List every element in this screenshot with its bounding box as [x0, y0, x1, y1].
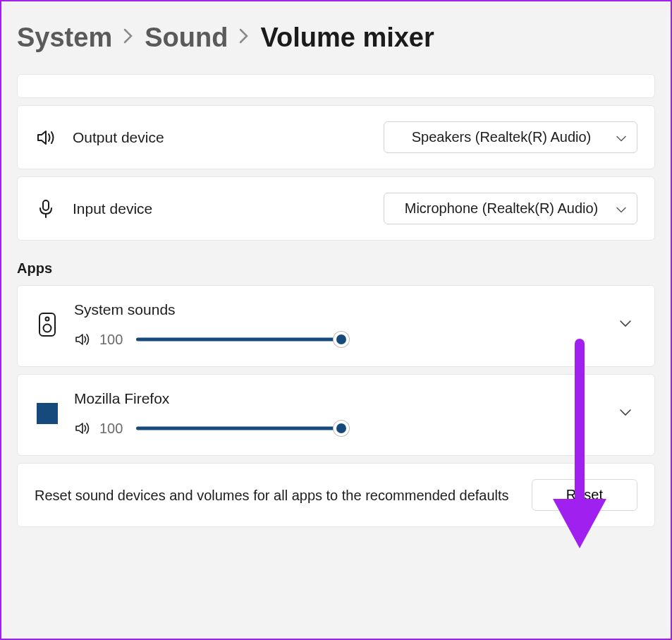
output-device-label: Output device — [73, 129, 368, 146]
apps-header: Apps — [17, 260, 655, 277]
system-sounds-icon — [36, 313, 59, 336]
volume-value: 100 — [99, 421, 128, 437]
input-device-label: Input device — [73, 200, 368, 217]
breadcrumb-system[interactable]: System — [17, 23, 112, 53]
output-device-select[interactable]: Speakers (Realtek(R) Audio) — [384, 121, 637, 153]
expand-button[interactable] — [613, 313, 637, 337]
app-name-label: System sounds — [74, 301, 599, 318]
volume-icon[interactable] — [74, 420, 91, 437]
page-title: Volume mixer — [260, 23, 434, 53]
breadcrumb: System Sound Volume mixer — [17, 23, 655, 53]
breadcrumb-sound[interactable]: Sound — [145, 23, 228, 53]
volume-slider[interactable] — [136, 334, 348, 344]
microphone-icon — [35, 198, 57, 220]
volume-slider[interactable] — [136, 423, 348, 433]
svg-rect-0 — [43, 200, 49, 210]
input-device-select[interactable]: Microphone (Realtek(R) Audio) — [384, 193, 637, 224]
output-device-card: Output device Speakers (Realtek(R) Audio… — [17, 105, 655, 169]
reset-button[interactable]: Reset — [532, 479, 637, 511]
app-row-system-sounds: System sounds 100 — [17, 285, 655, 367]
volume-icon[interactable] — [74, 331, 91, 348]
svg-point-4 — [44, 325, 51, 332]
reset-card: Reset sound devices and volumes for all … — [17, 463, 655, 527]
app-name-label: Mozilla Firefox — [74, 390, 599, 407]
input-device-value: Microphone (Realtek(R) Audio) — [405, 200, 599, 216]
expand-button[interactable] — [613, 401, 637, 425]
firefox-icon — [37, 403, 58, 424]
reset-description: Reset sound devices and volumes for all … — [35, 485, 518, 506]
card-partial — [17, 74, 655, 98]
svg-point-3 — [46, 318, 49, 321]
chevron-down-icon — [616, 129, 627, 145]
speaker-icon — [35, 126, 57, 149]
chevron-right-icon — [123, 28, 133, 48]
output-device-value: Speakers (Realtek(R) Audio) — [412, 129, 592, 145]
input-device-card: Input device Microphone (Realtek(R) Audi… — [17, 176, 655, 241]
app-row-firefox: Mozilla Firefox 100 — [17, 374, 655, 456]
chevron-right-icon — [239, 28, 249, 48]
chevron-down-icon — [616, 200, 627, 217]
volume-value: 100 — [99, 332, 128, 348]
